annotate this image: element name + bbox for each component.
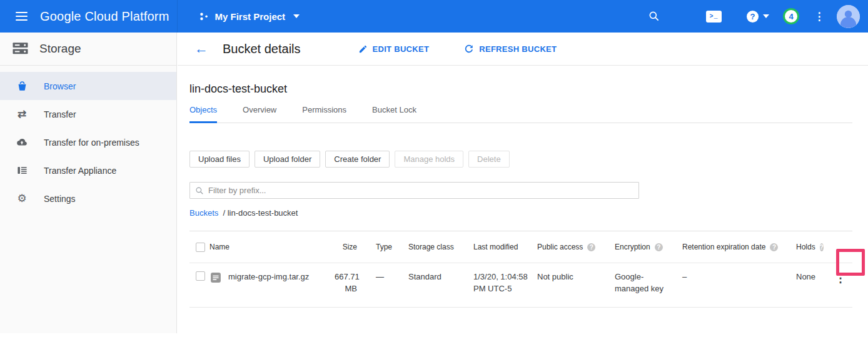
- chevron-down-icon: [763, 14, 769, 18]
- main-content: lin-docs-test-bucket Objects Overview Pe…: [177, 66, 868, 308]
- object-type: —: [367, 271, 406, 283]
- sidebar-item-browser[interactable]: Browser: [0, 72, 176, 100]
- sidebar-item-label: Transfer for on-premises: [44, 138, 139, 148]
- cloud-upload-icon: [16, 136, 28, 149]
- sidebar-title: Storage: [39, 42, 81, 56]
- bucket-icon: [16, 80, 28, 92]
- object-encryption: Google-managed key: [612, 271, 680, 295]
- help-icon[interactable]: ?: [820, 243, 824, 251]
- pencil-icon: [358, 44, 368, 54]
- sidebar-item-transfer[interactable]: ⇄ Transfer: [0, 100, 176, 128]
- help-icon[interactable]: ?: [655, 243, 663, 251]
- object-last-modified: 1/3/20, 1:04:58 PM UTC-5: [471, 271, 535, 295]
- refresh-bucket-label: REFRESH BUCKET: [479, 44, 557, 54]
- column-header-encryption: Encryption ?: [612, 243, 680, 251]
- project-icon: [199, 11, 209, 22]
- avatar[interactable]: [837, 5, 860, 28]
- column-header-holds: Holds ?: [794, 243, 829, 251]
- gear-icon: ⚙: [16, 193, 28, 204]
- breadcrumb-buckets-link[interactable]: Buckets: [189, 208, 218, 218]
- top-navigation-bar: Google Cloud Platform My First Project >…: [0, 0, 868, 33]
- help-icon[interactable]: ?: [587, 243, 595, 251]
- transfer-arrows-icon: ⇄: [16, 109, 28, 119]
- help-icon[interactable]: ?: [770, 243, 778, 251]
- column-header-type: Type: [367, 243, 406, 251]
- filter-prefix-input[interactable]: [208, 186, 633, 195]
- bucket-name-heading: lin-docs-test-bucket: [189, 83, 852, 96]
- table-header-row: Name Size Type Storage class Last modifi…: [189, 231, 852, 263]
- bucket-tabs: Objects Overview Permissions Bucket Lock: [189, 105, 852, 123]
- sidebar-item-label: Transfer: [44, 109, 76, 119]
- sidebar-item-label: Settings: [44, 194, 76, 204]
- brand-logo[interactable]: Google Cloud Platform: [40, 9, 169, 24]
- row-overflow-menu-icon[interactable]: ⋮: [829, 270, 852, 286]
- row-checkbox[interactable]: [196, 271, 205, 281]
- gcp-console-page: Google Cloud Platform My First Project >…: [0, 0, 868, 362]
- select-all-checkbox[interactable]: [196, 243, 205, 252]
- column-label: Holds: [796, 243, 815, 251]
- help-menu[interactable]: ?: [747, 11, 769, 23]
- menu-icon[interactable]: [4, 12, 39, 21]
- appliance-list-icon: [16, 164, 28, 176]
- object-toolbar: Upload files Upload folder Create folder…: [189, 151, 852, 168]
- sidebar-nav: Browser ⇄ Transfer Transfer for on-premi…: [0, 66, 176, 213]
- sidebar-item-transfer-appliance[interactable]: Transfer Appliance: [0, 156, 176, 184]
- column-label: Public access: [537, 243, 583, 251]
- object-name-link[interactable]: migrate-gcp-img.tar.gz: [228, 271, 309, 283]
- column-header-size: Size: [335, 243, 367, 251]
- column-header-public-access: Public access ?: [535, 243, 612, 251]
- overflow-menu-icon[interactable]: ⋮: [813, 10, 825, 23]
- edit-bucket-button[interactable]: EDIT BUCKET: [358, 44, 430, 54]
- search-icon[interactable]: [648, 10, 660, 23]
- person-icon: [837, 5, 860, 28]
- object-size: 667.71 MB: [335, 271, 367, 295]
- upload-folder-button[interactable]: Upload folder: [255, 151, 320, 168]
- breadcrumb-current: lin-docs-test-bucket: [228, 208, 298, 218]
- refresh-icon: [464, 44, 474, 54]
- sidebar-header: Storage: [0, 33, 176, 66]
- search-icon: [195, 186, 204, 195]
- object-public-access: Not public: [535, 271, 612, 283]
- tab-bucket-lock[interactable]: Bucket Lock: [372, 105, 416, 123]
- object-storage-class: Standard: [406, 271, 471, 283]
- chevron-down-icon: [293, 14, 300, 18]
- file-icon: [209, 271, 222, 284]
- edit-bucket-label: EDIT BUCKET: [373, 44, 430, 54]
- sidebar-item-transfer-on-premises[interactable]: Transfer for on-premises: [0, 128, 176, 156]
- object-retention: –: [680, 271, 794, 283]
- tab-overview[interactable]: Overview: [243, 105, 276, 123]
- column-header-last-modified: Last modified: [471, 243, 535, 251]
- help-icon: ?: [747, 11, 759, 23]
- notifications-badge[interactable]: 4: [783, 8, 799, 24]
- topbar-actions: >_ ? 4 ⋮: [648, 5, 868, 28]
- object-holds: None: [794, 271, 829, 283]
- sidebar-item-label: Browser: [44, 81, 76, 91]
- back-arrow-icon[interactable]: ←: [194, 42, 208, 56]
- tab-permissions[interactable]: Permissions: [302, 105, 346, 123]
- breadcrumb: Buckets / lin-docs-test-bucket: [189, 208, 852, 218]
- delete-button[interactable]: Delete: [468, 151, 510, 168]
- project-switcher[interactable]: My First Project: [199, 11, 300, 22]
- column-header-name: Name: [209, 243, 335, 251]
- sidebar-item-label: Transfer Appliance: [44, 166, 116, 176]
- sidebar-item-settings[interactable]: ⚙ Settings: [0, 184, 176, 213]
- table-row: migrate-gcp-img.tar.gz 667.71 MB — Stand…: [189, 263, 852, 308]
- create-folder-button[interactable]: Create folder: [325, 151, 390, 168]
- project-name: My First Project: [215, 11, 286, 22]
- column-label: Encryption: [615, 243, 650, 251]
- topbar-divider: [177, 0, 178, 33]
- page-header: ← Bucket details EDIT BUCKET REFRESH BUC…: [178, 33, 868, 66]
- column-header-storage-class: Storage class: [406, 243, 471, 251]
- objects-table: Name Size Type Storage class Last modifi…: [189, 231, 852, 308]
- upload-files-button[interactable]: Upload files: [189, 151, 250, 168]
- column-label: Retention expiration date: [682, 243, 765, 251]
- manage-holds-button[interactable]: Manage holds: [395, 151, 463, 168]
- column-header-retention: Retention expiration date ?: [680, 243, 794, 251]
- filter-box: [189, 182, 639, 199]
- tab-objects[interactable]: Objects: [189, 105, 217, 123]
- object-name-cell: migrate-gcp-img.tar.gz: [209, 271, 335, 284]
- cloud-shell-icon[interactable]: >_: [706, 11, 722, 23]
- sidebar: Storage Browser ⇄ Transfer: [0, 33, 177, 333]
- refresh-bucket-button[interactable]: REFRESH BUCKET: [464, 44, 557, 54]
- breadcrumb-separator: /: [223, 208, 225, 218]
